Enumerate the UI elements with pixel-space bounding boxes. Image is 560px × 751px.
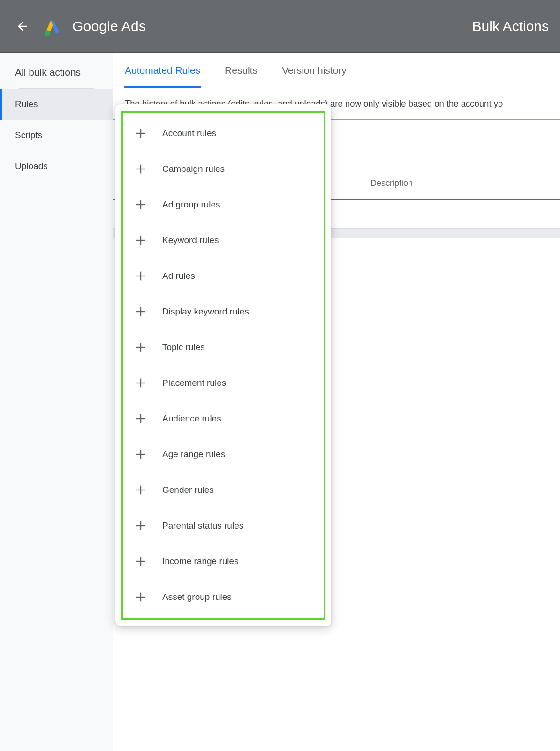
dropdown-item-ad-rules[interactable]: Ad rules bbox=[123, 258, 324, 294]
dropdown-item-ad-group-rules[interactable]: Ad group rules bbox=[123, 187, 324, 222]
sidebar-item-uploads[interactable]: Uploads bbox=[0, 151, 113, 182]
dropdown-item-audience-rules[interactable]: Audience rules bbox=[123, 401, 324, 437]
plus-icon bbox=[134, 269, 147, 283]
plus-icon bbox=[134, 519, 147, 532]
sidebar-item-label: Rules bbox=[15, 99, 38, 109]
table-header-description[interactable]: Description bbox=[361, 167, 560, 199]
plus-icon bbox=[134, 127, 147, 140]
svg-point-0 bbox=[45, 30, 51, 36]
dropdown-item-label: Age range rules bbox=[162, 449, 225, 460]
sidebar-item-label: Scripts bbox=[15, 130, 42, 140]
dropdown-item-topic-rules[interactable]: Topic rules bbox=[123, 330, 324, 365]
dropdown-item-label: Ad rules bbox=[162, 271, 195, 281]
plus-icon bbox=[134, 305, 147, 318]
dropdown-item-label: Account rules bbox=[162, 128, 216, 138]
sidebar-item-scripts[interactable]: Scripts bbox=[0, 120, 113, 151]
dropdown-item-label: Display keyword rules bbox=[162, 307, 249, 317]
dropdown-item-keyword-rules[interactable]: Keyword rules bbox=[123, 222, 324, 258]
dropdown-item-label: Keyword rules bbox=[162, 235, 219, 245]
tab-results[interactable]: Results bbox=[225, 53, 257, 88]
dropdown-item-label: Campaign rules bbox=[162, 164, 225, 174]
header-divider bbox=[458, 10, 458, 43]
plus-icon bbox=[134, 198, 147, 211]
plus-icon bbox=[134, 448, 147, 461]
tab-version-history[interactable]: Version history bbox=[282, 53, 347, 88]
tab-bar: Automated RulesResultsVersion history bbox=[113, 53, 560, 88]
dropdown-item-label: Gender rules bbox=[162, 485, 214, 495]
dropdown-item-age-range-rules[interactable]: Age range rules bbox=[123, 437, 324, 472]
dropdown-item-placement-rules[interactable]: Placement rules bbox=[123, 365, 324, 401]
sidebar: All bulk actions RulesScriptsUploads bbox=[0, 53, 113, 751]
dropdown-item-label: Income range rules bbox=[162, 556, 239, 567]
dropdown-highlight-box: Account rulesCampaign rulesAd group rule… bbox=[121, 111, 325, 620]
dropdown-item-parental-status-rules[interactable]: Parental status rules bbox=[123, 508, 324, 544]
product-title: Google Ads bbox=[72, 18, 146, 34]
dropdown-item-asset-group-rules[interactable]: Asset group rules bbox=[123, 579, 324, 615]
plus-icon bbox=[134, 341, 147, 354]
dropdown-item-label: Topic rules bbox=[162, 342, 205, 353]
tab-automated-rules[interactable]: Automated Rules bbox=[125, 53, 200, 88]
dropdown-item-label: Parental status rules bbox=[162, 521, 243, 531]
dropdown-item-display-keyword-rules[interactable]: Display keyword rules bbox=[123, 294, 324, 330]
page-title: Bulk Actions bbox=[472, 18, 549, 34]
dropdown-item-label: Ad group rules bbox=[162, 199, 220, 210]
plus-icon bbox=[134, 412, 147, 425]
product-title-bold: Google bbox=[72, 18, 118, 34]
dropdown-item-label: Placement rules bbox=[162, 378, 226, 388]
plus-icon bbox=[134, 590, 147, 604]
dropdown-item-label: Asset group rules bbox=[162, 592, 232, 602]
top-header: Google Ads Bulk Actions bbox=[0, 0, 560, 53]
back-button[interactable] bbox=[11, 15, 34, 38]
dropdown-item-income-range-rules[interactable]: Income range rules bbox=[123, 544, 324, 579]
plus-icon bbox=[134, 376, 147, 390]
plus-icon bbox=[134, 483, 147, 497]
product-title-light: Ads bbox=[121, 18, 146, 34]
dropdown-item-account-rules[interactable]: Account rules bbox=[123, 115, 324, 151]
new-rule-dropdown: Account rulesCampaign rulesAd group rule… bbox=[115, 104, 331, 626]
sidebar-item-label: Uploads bbox=[15, 161, 48, 171]
dropdown-item-label: Audience rules bbox=[162, 414, 221, 424]
dropdown-item-campaign-rules[interactable]: Campaign rules bbox=[123, 151, 324, 187]
plus-icon bbox=[134, 162, 147, 176]
dropdown-item-gender-rules[interactable]: Gender rules bbox=[123, 472, 324, 508]
google-ads-logo-icon bbox=[42, 16, 63, 37]
plus-icon bbox=[134, 234, 147, 247]
sidebar-header[interactable]: All bulk actions bbox=[0, 53, 113, 88]
arrow-left-icon bbox=[15, 19, 30, 33]
sidebar-item-rules[interactable]: Rules bbox=[0, 89, 113, 120]
header-divider bbox=[159, 13, 159, 39]
plus-icon bbox=[134, 555, 147, 568]
